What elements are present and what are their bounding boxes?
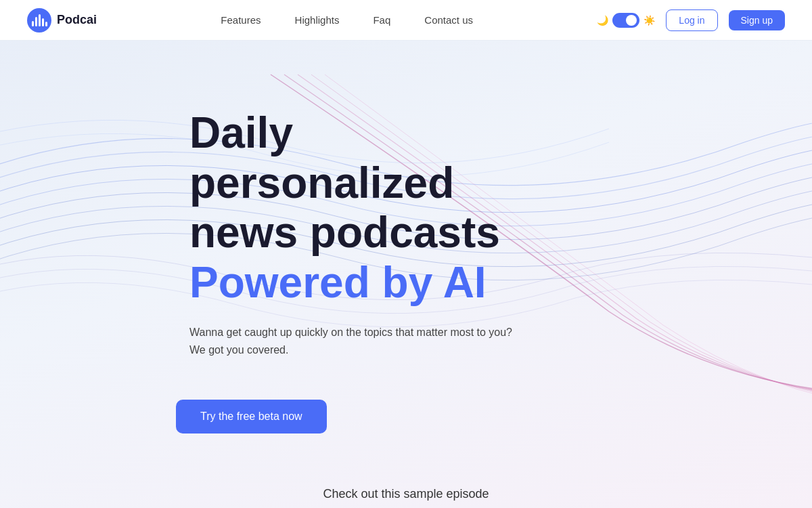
hero-content: Daily personalized news podcasts Powered… [0, 41, 812, 359]
hero-section: Daily personalized news podcasts Powered… [0, 41, 812, 508]
theme-toggle[interactable]: 🌙 ☀️ [597, 13, 655, 28]
bar2 [35, 17, 37, 26]
toggle-thumb [626, 15, 637, 26]
hero-description: Wanna get caught up quickly on the topic… [189, 324, 629, 358]
nav-faq[interactable]: Faq [373, 14, 390, 26]
nav-links: Features Highlights Faq Contact us [221, 14, 473, 26]
signup-button[interactable]: Sign up [729, 10, 785, 30]
moon-icon: 🌙 [597, 15, 608, 26]
hero-desc-line2: We got you covered. [189, 344, 288, 356]
bar1 [32, 21, 34, 26]
logo-bars [32, 14, 47, 26]
login-button[interactable]: Log in [666, 9, 717, 31]
sun-icon: ☀️ [644, 15, 655, 26]
hero-desc-line1: Wanna get caught up quickly on the topic… [189, 326, 512, 338]
hero-title-line1: Daily personalized [189, 108, 454, 207]
hero-title-line2: news podcasts [189, 208, 500, 257]
hero-bottom-text: Check out this sample episode [0, 487, 812, 508]
hero-title: Daily personalized news podcasts [189, 108, 541, 258]
logo-text: Podcai [57, 13, 97, 27]
navbar-right: 🌙 ☀️ Log in Sign up [597, 9, 785, 31]
bar4 [42, 18, 44, 26]
navbar: Podcai Features Highlights Faq Contact u… [0, 0, 812, 41]
hero-subtitle: Powered by AI [189, 258, 812, 308]
logo[interactable]: Podcai [27, 8, 97, 33]
nav-contact[interactable]: Contact us [424, 14, 473, 26]
toggle-track[interactable] [612, 13, 639, 28]
nav-features[interactable]: Features [221, 14, 261, 26]
nav-highlights[interactable]: Highlights [295, 14, 340, 26]
cta-button[interactable]: Try the free beta now [176, 400, 327, 433]
sample-episode-text: Check out this sample episode [323, 487, 489, 501]
bar3 [39, 14, 41, 26]
bar5 [45, 22, 47, 26]
logo-icon [27, 8, 51, 33]
